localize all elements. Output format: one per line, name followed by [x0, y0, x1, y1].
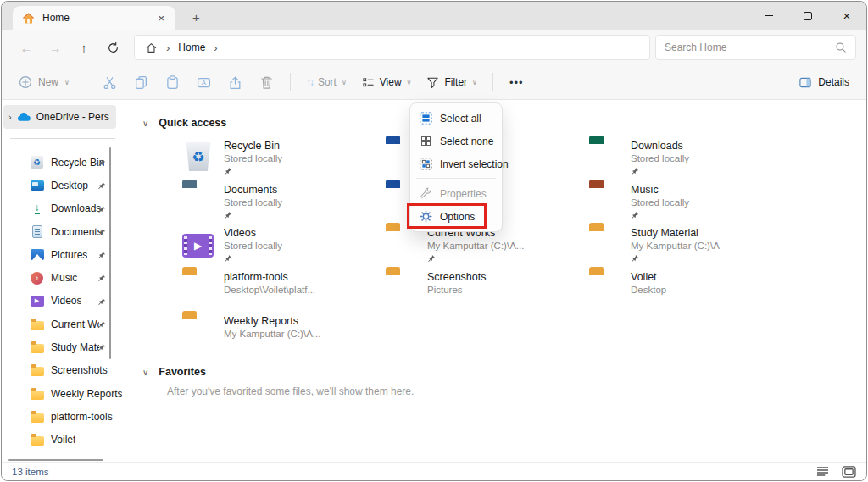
copy-button[interactable]	[125, 69, 157, 96]
tile-screenshots[interactable]: Screenshots Pictures	[386, 271, 589, 315]
navigation-bar: ← → ↑ › Home ›	[2, 30, 866, 65]
options-highlight-box	[407, 203, 487, 229]
folder-icon	[589, 271, 631, 315]
up-button[interactable]: ↑	[70, 35, 98, 60]
music-folder-icon: ♪	[589, 184, 631, 228]
breadcrumb-home[interactable]: Home	[178, 42, 205, 53]
menu-item-select-none[interactable]: Select none	[410, 130, 502, 152]
folder-icon	[30, 409, 44, 424]
navigation-pane: › OneDrive - Pers ♻ Recycle Bin Desktop	[2, 100, 129, 462]
quick-access-title: Quick access	[159, 117, 226, 129]
pin-icon	[427, 253, 524, 262]
sidebar-item-platform-tools[interactable]: platform-tools	[2, 405, 129, 428]
tile-study-material[interactable]: Study Material My Kamputtar (C:)\A	[589, 227, 793, 271]
chevron-right-icon[interactable]: ›	[8, 112, 12, 122]
search-box[interactable]	[655, 35, 856, 60]
new-tab-button[interactable]: +	[192, 11, 200, 24]
share-button[interactable]	[220, 69, 251, 96]
pin-icon	[224, 210, 282, 219]
home-tab-icon	[22, 12, 35, 25]
sort-button[interactable]: ↑↓ Sort ∨	[298, 69, 354, 96]
onedrive-label: OneDrive - Pers	[36, 111, 109, 123]
forward-button[interactable]: →	[41, 35, 70, 60]
menu-item-invert-selection[interactable]: Invert selection	[410, 152, 502, 175]
large-thumbnails-view-icon[interactable]	[842, 466, 856, 478]
pin-icon	[224, 166, 282, 175]
breadcrumb-home-icon[interactable]	[145, 42, 158, 54]
folder-icon	[386, 271, 427, 315]
tile-current-works[interactable]: Current Works My Kamputtar (C:)\A...	[386, 227, 589, 271]
filter-button[interactable]: Filter ∨	[419, 69, 485, 96]
pin-icon	[97, 227, 106, 239]
new-button-label: New	[38, 76, 58, 88]
address-bar[interactable]: › Home ›	[134, 35, 650, 60]
chevron-down-icon[interactable]: ∨	[142, 368, 148, 377]
toolbar-divider	[290, 73, 291, 91]
svg-text:A: A	[202, 79, 207, 86]
search-input[interactable]	[665, 42, 830, 53]
sidebar-item-onedrive[interactable]: › OneDrive - Pers	[3, 105, 116, 129]
details-button[interactable]: Details	[790, 69, 858, 96]
delete-button[interactable]	[251, 69, 282, 96]
favorites-header[interactable]: ∨ Favorites	[142, 366, 206, 378]
new-button[interactable]: New ∨	[10, 69, 78, 96]
sidebar-item-voilet[interactable]: Voilet	[2, 429, 129, 452]
recycle-bin-icon: ♻	[182, 140, 224, 184]
pin-icon	[97, 342, 106, 354]
minimize-button[interactable]	[749, 2, 788, 30]
chevron-down-icon: ∨	[472, 79, 477, 86]
chevron-down-icon[interactable]: ∨	[142, 119, 148, 128]
tile-voilet[interactable]: Voilet Desktop	[589, 271, 793, 315]
search-icon	[835, 42, 847, 53]
tile-downloads[interactable]: ↓ Downloads Stored locally	[589, 140, 793, 184]
pin-icon	[97, 319, 106, 331]
chevron-down-icon: ∨	[342, 79, 347, 86]
tile-platform-tools[interactable]: platform-tools Desktop\Voilet\platf...	[182, 271, 386, 315]
recycle-bin-icon: ♻	[30, 155, 44, 169]
breadcrumb-separator-icon: ›	[214, 42, 217, 54]
tile-videos[interactable]: ▶ Videos Stored locally	[182, 227, 386, 271]
maximize-button[interactable]	[788, 2, 827, 30]
folder-icon	[30, 433, 44, 447]
menu-item-select-all[interactable]: Select all	[410, 107, 502, 130]
window-controls: ×	[749, 2, 866, 30]
documents-icon	[30, 224, 44, 239]
back-button[interactable]: ←	[12, 35, 41, 60]
details-view-icon[interactable]	[816, 466, 829, 477]
pin-icon	[97, 296, 106, 308]
view-label: View	[380, 76, 402, 88]
close-button[interactable]: ×	[827, 2, 866, 30]
sidebar-item-screenshots[interactable]: Screenshots	[2, 359, 129, 382]
see-more-button[interactable]: •••	[501, 76, 532, 89]
chevron-down-icon: ∨	[64, 79, 70, 86]
toolbar-divider	[86, 73, 86, 91]
invert-selection-icon	[420, 158, 432, 170]
refresh-button[interactable]	[98, 35, 127, 60]
sidebar-vertical-scrollbar[interactable]	[109, 147, 112, 359]
filter-label: Filter	[444, 76, 467, 88]
pictures-icon	[30, 247, 44, 262]
paste-button[interactable]	[157, 69, 188, 96]
desktop-icon	[30, 178, 44, 192]
pin-icon	[631, 166, 689, 175]
tile-weekly-reports[interactable]: Weekly Reports My Kamputtar (C:)\A...	[182, 315, 386, 359]
quick-access-header[interactable]: ∨ Quick access	[142, 117, 226, 129]
tile-music[interactable]: ♪ Music Stored locally	[589, 184, 793, 228]
select-all-icon	[420, 112, 432, 125]
sort-label: Sort	[318, 76, 337, 88]
sidebar-item-weekly-reports[interactable]: Weekly Reports	[2, 382, 129, 405]
folder-icon	[30, 386, 44, 401]
menu-item-properties[interactable]: Properties	[410, 182, 502, 205]
tab-close-icon[interactable]: ×	[155, 12, 167, 25]
cut-button[interactable]	[94, 69, 125, 96]
rename-button[interactable]: A	[188, 69, 220, 96]
view-button[interactable]: View ∨	[354, 69, 420, 96]
tile-recycle-bin[interactable]: ♻ Recycle Bin Stored locally	[182, 140, 386, 184]
rename-icon: A	[197, 75, 211, 90]
tab-home[interactable]: Home ×	[13, 6, 175, 30]
tile-documents[interactable]: Documents Stored locally	[182, 184, 386, 228]
cut-icon	[103, 75, 117, 90]
sidebar-horizontal-scrollbar[interactable]	[8, 459, 103, 462]
menu-divider	[416, 178, 496, 179]
select-none-icon	[420, 135, 432, 147]
